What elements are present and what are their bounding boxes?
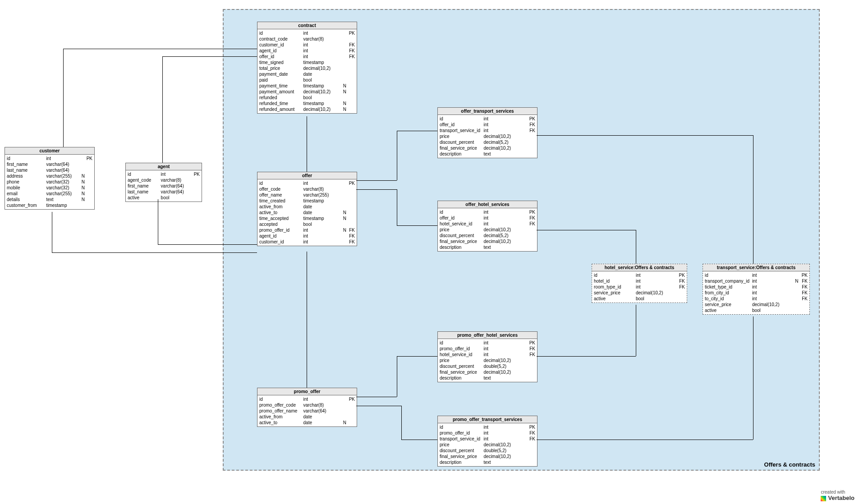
- table-row: refunded_amountdecimal(10,2)N: [259, 106, 355, 112]
- table-row: to_city_idintFK: [705, 296, 808, 302]
- entity-body: idintPKpromo_offer_idintFKtransport_serv…: [438, 423, 537, 466]
- table-row: final_service_pricedecimal(10,2): [440, 145, 535, 151]
- rel-ohs-hs-v: [636, 230, 636, 264]
- table-row: idintPK: [594, 272, 685, 278]
- entity-body: idintPKoffer_idintFKhotel_service_idintF…: [438, 208, 537, 251]
- table-row: idintPK: [259, 180, 355, 186]
- rel-offer-ohs-v: [397, 189, 397, 225]
- entity-contract[interactable]: contract idintPKcontract_codevarchar(8)c…: [257, 22, 357, 114]
- table-row: idintPK: [7, 156, 92, 161]
- table-row: payment_datedate: [259, 71, 355, 77]
- table-row: paidbool: [259, 77, 355, 83]
- table-row: agent_idintFK: [259, 233, 355, 239]
- table-row: idintPK: [440, 424, 535, 430]
- rel-customer-contract-h: [63, 49, 257, 49]
- table-row: idintPK: [440, 116, 535, 122]
- table-row: idintPK: [259, 396, 355, 402]
- table-row: active_todateN: [259, 210, 355, 215]
- table-row: offer_codevarchar(8): [259, 186, 355, 192]
- table-row: discount_percentdouble(5,2): [440, 363, 535, 369]
- vertabelo-logo-icon: [821, 496, 826, 501]
- footer-line1: created with: [821, 490, 845, 495]
- table-row: last_namevarchar(64): [7, 167, 92, 173]
- table-row: discount_percentdouble(5,2): [440, 448, 535, 454]
- rel-po-pots-v: [401, 406, 402, 440]
- table-row: offer_idintFK: [440, 215, 535, 221]
- table-row: from_city_idintFK: [705, 290, 808, 296]
- table-row: time_createdtimestamp: [259, 198, 355, 204]
- rel-offer-ots-h1: [356, 180, 397, 181]
- entity-title: hotel_service:Offers & contracts: [592, 264, 687, 271]
- entity-body: idintPKoffer_idintFKtransport_service_id…: [438, 115, 537, 158]
- entity-title: contract: [257, 22, 357, 29]
- table-row: customer_fromtimestamp: [7, 202, 92, 208]
- table-row: final_service_pricedecimal(10,2): [440, 369, 535, 375]
- table-row: transport_service_idintFK: [440, 128, 535, 133]
- rel-ohs-hs-h: [537, 230, 636, 230]
- table-row: hotel_service_idintFK: [440, 352, 535, 357]
- table-row: pricedecimal(10,2): [440, 357, 535, 363]
- entity-promo-offer[interactable]: promo_offer idintPKpromo_offer_codevarch…: [257, 388, 357, 427]
- entity-agent[interactable]: agent idintPKagent_codevarchar(8)first_n…: [125, 163, 202, 202]
- table-row: payment_amountdecimal(10,2)N: [259, 89, 355, 95]
- table-row: descriptiontext: [440, 151, 535, 157]
- entity-transport-service[interactable]: transport_service:Offers & contracts idi…: [703, 264, 810, 315]
- rel-customer-offer-h: [52, 252, 257, 253]
- entity-offer-transport-services[interactable]: offer_transport_services idintPKoffer_id…: [437, 107, 537, 158]
- entity-body: idintPKfirst_namevarchar(64)last_namevar…: [5, 155, 94, 209]
- rel-po-pohs-v: [397, 356, 397, 397]
- rel-offer-contract-v: [307, 116, 307, 172]
- table-row: idintPK: [440, 209, 535, 215]
- table-row: idintPK: [705, 272, 808, 278]
- table-row: active_fromdate: [259, 204, 355, 210]
- table-row: ticket_type_idintFK: [705, 284, 808, 290]
- table-row: promo_offer_idintNFK: [259, 227, 355, 233]
- rel-ots-ts-v: [753, 135, 753, 264]
- table-row: customer_idintFK: [259, 239, 355, 245]
- rel-po-pots-h2: [401, 440, 437, 440]
- table-row: offer_idintFK: [259, 54, 355, 60]
- rel-po-pohs-h1: [356, 397, 397, 397]
- table-row: activebool: [128, 195, 200, 201]
- table-row: discount_percentdecimal(5,2): [440, 139, 535, 145]
- table-row: last_namevarchar(64): [128, 189, 200, 195]
- footer: created with Vertabelo: [821, 490, 854, 501]
- rel-offer-ohs-h2: [397, 225, 437, 226]
- table-row: promo_offer_idintFK: [440, 430, 535, 436]
- entity-hotel-service[interactable]: hotel_service:Offers & contracts idintPK…: [592, 264, 687, 303]
- entity-customer[interactable]: customer idintPKfirst_namevarchar(64)las…: [5, 147, 95, 210]
- table-row: activebool: [705, 307, 808, 313]
- table-row: hotel_service_idintFK: [440, 221, 535, 227]
- table-row: final_service_pricedecimal(10,2): [440, 454, 535, 459]
- rel-ots-ts-h: [537, 135, 753, 136]
- entity-offer[interactable]: offer idintPKoffer_codevarchar(8)offer_n…: [257, 172, 357, 246]
- table-row: refunded_timetimestampN: [259, 101, 355, 106]
- table-row: room_type_idintFK: [594, 284, 685, 290]
- entity-offer-hotel-services[interactable]: offer_hotel_services idintPKoffer_idintF…: [437, 201, 537, 252]
- rel-customer-contract-v: [63, 49, 64, 147]
- entity-body: idintPKhotel_idintFKroom_type_idintFKser…: [592, 271, 687, 302]
- rel-pots-ts-h: [537, 440, 753, 440]
- table-row: offer_namevarchar(255): [259, 192, 355, 198]
- rel-customer-offer-v: [52, 212, 52, 252]
- entity-body: idintPKpromo_offer_codevarchar(8)promo_o…: [257, 395, 357, 426]
- entity-title: promo_offer_transport_services: [438, 416, 537, 423]
- table-row: detailstextN: [7, 197, 92, 202]
- footer-line2: Vertabelo: [828, 495, 854, 501]
- rel-offer-ohs-h1: [356, 189, 397, 190]
- rel-offer-ots-h2: [397, 131, 437, 131]
- table-row: activebool: [594, 296, 685, 302]
- entity-title: promo_offer: [257, 388, 357, 395]
- table-row: idintPK: [259, 30, 355, 36]
- rel-pots-ts-v: [753, 316, 753, 440]
- table-row: active_todateN: [259, 420, 355, 426]
- table-row: service_pricedecimal(10,2): [705, 302, 808, 307]
- entity-promo-offer-transport-services[interactable]: promo_offer_transport_services idintPKpr…: [437, 416, 537, 467]
- entity-promo-offer-hotel-services[interactable]: promo_offer_hotel_services idintPKpromo_…: [437, 331, 537, 382]
- rel-offer-ots-v: [397, 131, 397, 180]
- entity-title: offer: [257, 172, 357, 179]
- rel-pohs-hs-h: [537, 356, 636, 357]
- rel-agent-contract-v: [162, 56, 163, 163]
- entity-body: idintPKcontract_codevarchar(8)customer_i…: [257, 29, 357, 113]
- entity-body: idintPKagent_codevarchar(8)first_namevar…: [126, 170, 202, 202]
